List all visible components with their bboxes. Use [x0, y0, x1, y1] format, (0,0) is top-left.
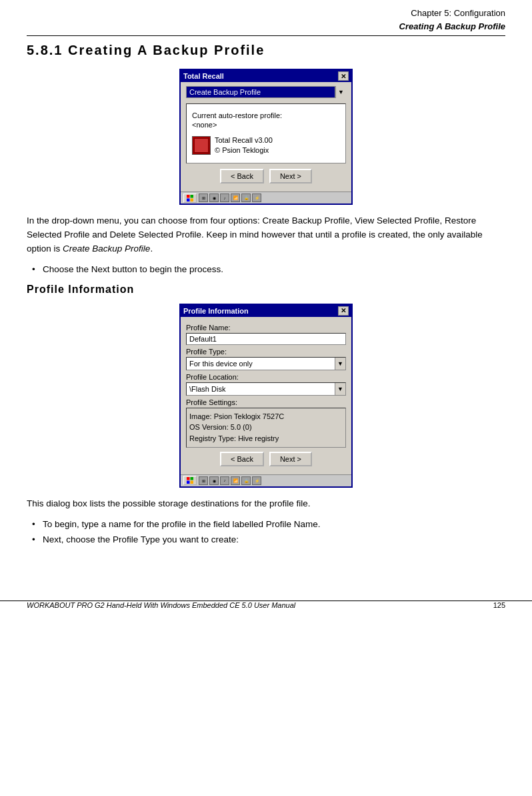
second-taskbar-icon-2: ◉: [209, 476, 219, 485]
profile-location-value: \Flash Disk: [187, 384, 335, 394]
app-info-text: Total Recall v3.00 © Psion Teklogix: [215, 135, 273, 156]
bullet-item-2a: To begin, type a name for the profile in…: [27, 518, 505, 532]
profile-settings-line3: Registry Type: Hive registry: [189, 433, 343, 444]
profile-location-dropdown[interactable]: \Flash Disk ▼: [186, 382, 346, 396]
bullet1-bold: Next: [91, 264, 110, 274]
first-dialog-button-row: < Back Next >: [186, 169, 346, 183]
second-windows-flag-icon: [187, 477, 193, 484]
bullet2a-italic: Profile Name.: [266, 519, 321, 529]
first-dialog-body: Create Backup Profile ▼ Current auto-res…: [181, 82, 351, 191]
dropdown-arrow-icon[interactable]: ▼: [335, 86, 346, 98]
profile-settings-line2: OS Version: 5.0 (0): [189, 422, 343, 433]
bullet2b-pre: Next, choose the: [43, 534, 113, 544]
first-dialog-content-area: Current auto-restore profile: <none>: [186, 103, 346, 163]
svg-rect-3: [195, 145, 201, 152]
profile-settings-line1: Image: Psion Teklogix 7527C: [189, 411, 343, 422]
bullet-item-1: Choose the Next button to begin the proc…: [27, 263, 505, 277]
bullet2a-text: To begin, type a name for the profile in…: [43, 519, 266, 529]
second-dialog-next-button[interactable]: Next >: [269, 452, 312, 466]
svg-rect-9: [187, 477, 190, 480]
taskbar-icons: ⊞ ◉ ♪ 📶 🔒 ⚡: [199, 193, 261, 202]
first-dialog-titlebar: Total Recall ✕: [181, 70, 351, 82]
svg-rect-10: [191, 477, 194, 480]
first-dialog-taskbar: ⊞ ◉ ♪ 📶 🔒 ⚡: [181, 191, 351, 204]
bullet2b-post: you want to create:: [160, 534, 239, 544]
first-dialog-title: Total Recall: [183, 72, 224, 80]
svg-rect-5: [187, 195, 190, 198]
taskbar-icon-4: 📶: [231, 193, 240, 202]
bullet-list-1: Choose the Next button to begin the proc…: [27, 263, 505, 277]
second-dialog-title: Profile Information: [183, 307, 249, 315]
svg-rect-2: [201, 139, 208, 145]
second-dialog-taskbar: ⊞ ◉ ♪ 📶 🔒 ⚡: [181, 474, 351, 486]
italic-text-1: Create Backup Profile: [63, 244, 150, 254]
footer-page-number: 125: [493, 601, 505, 609]
footer-left-text: WORKABOUT PRO G2 Hand-Held With Windows …: [27, 601, 295, 609]
taskbar-icon-5: 🔒: [241, 193, 251, 202]
taskbar-icon-1: ⊞: [199, 193, 208, 202]
first-dialog-dropdown-value: Create Backup Profile: [189, 88, 261, 96]
first-dialog-close-button[interactable]: ✕: [338, 71, 349, 81]
profile-name-input[interactable]: Default1: [186, 333, 346, 345]
first-dialog-back-button[interactable]: < Back: [220, 169, 264, 183]
second-taskbar-icon-1: ⊞: [199, 476, 208, 485]
start-button[interactable]: [183, 193, 197, 203]
profile-type-dropdown[interactable]: For this device only ▼: [186, 357, 346, 370]
profile-name-label: Profile Name:: [186, 324, 346, 332]
svg-rect-11: [187, 481, 190, 484]
second-dialog-titlebar: Profile Information ✕: [181, 305, 351, 317]
second-dialog-back-button[interactable]: < Back: [220, 452, 264, 466]
profile-settings-label: Profile Settings:: [186, 398, 346, 406]
taskbar-icon-2: ◉: [209, 193, 219, 202]
second-start-button[interactable]: [183, 476, 197, 485]
profile-settings-area: Image: Psion Teklogix 7527C OS Version: …: [186, 408, 346, 448]
app-name-line2: © Psion Teklogix: [215, 145, 273, 155]
subsection-heading: Profile Information: [27, 284, 505, 296]
svg-rect-4: [201, 145, 208, 152]
auto-restore-value: <none>: [192, 121, 217, 129]
svg-rect-1: [195, 139, 201, 145]
app-name-line1: Total Recall v3.00: [215, 135, 273, 145]
first-dialog-dropdown[interactable]: Create Backup Profile: [186, 86, 335, 98]
taskbar-icon-3: ♪: [220, 193, 229, 202]
svg-rect-8: [191, 198, 194, 202]
windows-flag-icon: [187, 195, 193, 202]
header-divider: [27, 35, 505, 36]
bullet-item-2b: Next, choose the Profile Type you want t…: [27, 533, 505, 547]
second-dialog-button-row: < Back Next >: [186, 452, 346, 466]
bullet2b-italic: Profile Type: [113, 534, 160, 544]
svg-rect-7: [187, 198, 190, 202]
profile-type-label: Profile Type:: [186, 348, 346, 356]
second-taskbar-icons: ⊞ ◉ ♪ 📶 🔒 ⚡: [199, 476, 261, 485]
bullet1-pre: Choose the: [43, 264, 91, 274]
page-footer: WORKABOUT PRO G2 Hand-Held With Windows …: [0, 601, 532, 609]
second-dialog-container: Profile Information ✕ Profile Name: Defa…: [27, 304, 505, 488]
body-text-2: This dialog box lists the possible stora…: [27, 497, 505, 511]
profile-type-dropdown-arrow[interactable]: ▼: [335, 358, 345, 370]
svg-rect-12: [191, 481, 194, 484]
bullet1-post: button to begin the process.: [110, 264, 223, 274]
body-text-1: In the drop-down menu, you can choose fr…: [27, 214, 505, 256]
second-dialog-body: Profile Name: Default1 Profile Type: For…: [181, 317, 351, 474]
first-dialog-next-button[interactable]: Next >: [269, 169, 312, 183]
taskbar-icon-6: ⚡: [252, 193, 261, 202]
app-icon: [192, 136, 211, 155]
svg-rect-6: [191, 195, 194, 198]
app-info-row: Total Recall v3.00 © Psion Teklogix: [192, 135, 273, 156]
second-dialog-window: Profile Information ✕ Profile Name: Defa…: [179, 304, 353, 488]
bullet-list-2: To begin, type a name for the profile in…: [27, 518, 505, 547]
profile-location-dropdown-arrow[interactable]: ▼: [335, 383, 345, 395]
first-dialog-window: Total Recall ✕ Create Backup Profile ▼ C…: [179, 69, 353, 205]
first-dialog-dropdown-row: Create Backup Profile ▼: [186, 86, 346, 98]
chapter-line: Chapter 5: Configuration: [27, 7, 505, 20]
second-dialog-close-button[interactable]: ✕: [338, 306, 349, 316]
section-heading: 5.8.1 Creating A Backup Profile: [27, 43, 505, 58]
first-dialog-container: Total Recall ✕ Create Backup Profile ▼ C…: [27, 69, 505, 205]
second-taskbar-icon-5: 🔒: [241, 476, 251, 485]
chapter-section-title: Creating A Backup Profile: [27, 20, 505, 33]
profile-location-label: Profile Location:: [186, 373, 346, 381]
auto-restore-label: Current auto-restore profile:: [192, 111, 282, 119]
second-taskbar-icon-4: 📶: [231, 476, 240, 485]
second-taskbar-icon-3: ♪: [220, 476, 229, 485]
page-header: Chapter 5: Configuration Creating A Back…: [27, 7, 505, 33]
